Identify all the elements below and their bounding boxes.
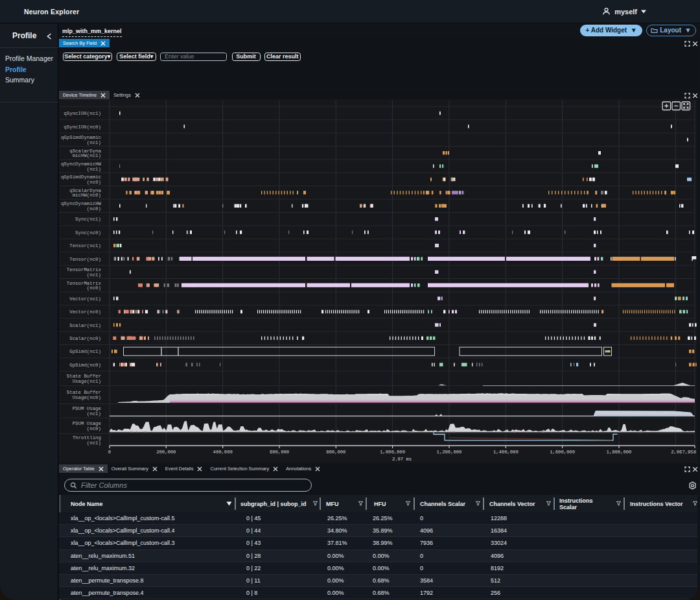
- svg-text:Vector(nc1): Vector(nc1): [69, 296, 101, 302]
- svg-text:2.07 ms: 2.07 ms: [392, 457, 412, 462]
- svg-text:Scalar(nc0): Scalar(nc0): [69, 336, 101, 341]
- svg-text:Usage(nc0): Usage(nc0): [73, 395, 101, 400]
- svg-text:0: 0: [108, 450, 111, 455]
- svg-text:1,000,000: 1,000,000: [380, 450, 405, 455]
- svg-text:(nc1): (nc1): [87, 167, 101, 172]
- svg-text:Vector(nc0): Vector(nc0): [69, 309, 101, 315]
- svg-text:800,000: 800,000: [326, 450, 345, 455]
- svg-text:(nc0): (nc0): [87, 206, 101, 211]
- svg-text:qSyncIO0(nc1): qSyncIO0(nc1): [64, 111, 101, 116]
- svg-text:Tensor(nc0): Tensor(nc0): [69, 257, 101, 262]
- svg-text:qSyncIO0(nc0): qSyncIO0(nc0): [64, 125, 101, 130]
- svg-text:1,600,000: 1,600,000: [550, 450, 575, 455]
- svg-text:micHW(nc1): micHW(nc1): [73, 153, 101, 158]
- svg-text:(nc1): (nc1): [87, 411, 101, 416]
- svg-text:1,800,000: 1,800,000: [607, 450, 632, 455]
- svg-text:1,200,000: 1,200,000: [437, 450, 462, 455]
- svg-text:(nc0): (nc0): [87, 285, 101, 291]
- svg-text:(nc0): (nc0): [87, 180, 101, 185]
- svg-text:1,400,000: 1,400,000: [493, 450, 519, 455]
- svg-text:(nc0): (nc0): [87, 426, 101, 431]
- svg-text:Sync(nc1): Sync(nc1): [75, 217, 101, 222]
- svg-text:400,000: 400,000: [213, 450, 233, 455]
- svg-text:Usage(nc1): Usage(nc1): [73, 379, 101, 384]
- svg-text:GpSimd(nc0): GpSimd(nc0): [69, 363, 101, 368]
- svg-text:(nc1): (nc1): [87, 440, 101, 446]
- svg-text:(nc1): (nc1): [87, 272, 101, 278]
- svg-text:200,000: 200,000: [156, 450, 176, 455]
- svg-text:GpSimd(nc1): GpSimd(nc1): [69, 349, 101, 354]
- svg-text:Scalar(nc1): Scalar(nc1): [69, 323, 101, 328]
- svg-text:micHW(nc0): micHW(nc0): [73, 193, 101, 198]
- svg-text:Tensor(nc1): Tensor(nc1): [69, 243, 101, 248]
- svg-text:600,000: 600,000: [270, 450, 289, 455]
- svg-text:Sync(nc0): Sync(nc0): [75, 230, 101, 235]
- svg-text:(nc1): (nc1): [87, 140, 101, 145]
- svg-text:2,067,958: 2,067,958: [671, 450, 696, 455]
